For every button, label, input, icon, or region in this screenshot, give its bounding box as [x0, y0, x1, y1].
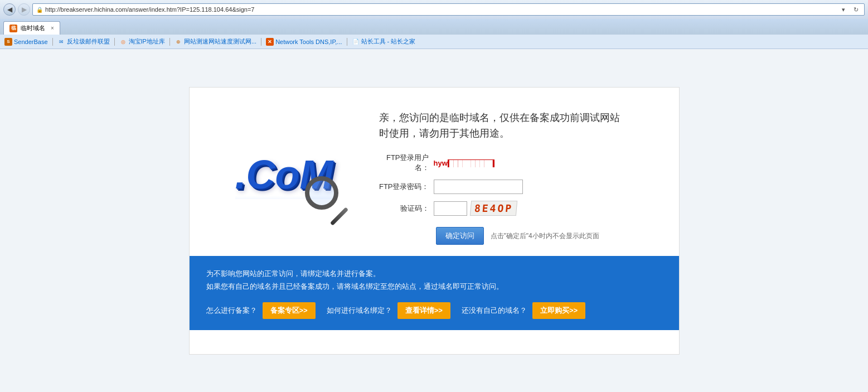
webmaster-icon: 📄: [352, 38, 360, 46]
action2-label: 如何进行域名绑定？: [327, 306, 392, 316]
page-content: .CoM 亲，您访问的是临时域名，仅供在备案成功前调试网: [0, 49, 868, 392]
separator: [169, 38, 170, 46]
bookmark-speedtest[interactable]: ⊕ 网站测速网站速度测试网...: [174, 37, 256, 46]
address-text: http://breakserver.hichina.com/answer/in…: [45, 6, 836, 13]
bookmark-label: 反垃圾邮件联盟: [67, 37, 110, 46]
page-title: 亲，您访问的是临时域名，仅供在备案成功前调试网站 时使用，请勿用于其他用途。: [379, 110, 662, 142]
ftp-username-label: FTP登录用户名：: [379, 153, 429, 173]
captcha-image: 8E4OP: [469, 201, 517, 216]
blue-actions: 怎么进行备案？ 备案专区>> 如何进行域名绑定？ 查看详情>> 还没有自己的域名…: [206, 302, 662, 319]
tab-title: 临时域名: [21, 24, 45, 32]
separator: [261, 38, 261, 46]
separator: [347, 38, 347, 46]
browser-titlebar: ◀ ▶ 🔒 http://breakserver.hichina.com/ans…: [0, 0, 868, 19]
main-card: .CoM 亲，您访问的是临时域名，仅供在备案成功前调试网: [189, 87, 680, 355]
separator: [52, 38, 53, 46]
confirm-row: 确定访问 点击"确定后"4小时内不会显示此页面: [379, 227, 662, 245]
ftp-password-input[interactable]: [434, 180, 523, 194]
com-logo: .CoM: [206, 113, 362, 236]
ftp-password-label: FTP登录密码：: [379, 182, 429, 192]
tab-icon: 临: [9, 25, 17, 32]
lock-icon: 🔒: [36, 7, 43, 13]
refresh-icon[interactable]: ↻: [851, 4, 861, 14]
ftp-username-row: FTP登录用户名： hyw██████████: [379, 153, 662, 173]
bookmark-label: 淘宝IP地址库: [129, 37, 165, 46]
address-bar[interactable]: 🔒 http://breakserver.hichina.com/answer/…: [32, 3, 865, 16]
captcha-section: 8E4OP: [434, 201, 517, 216]
action3-label: 还没有自己的域名？: [462, 306, 527, 316]
action-group-3: 还没有自己的域名？ 立即购买>>: [462, 302, 585, 319]
antispam-icon: ✉: [57, 38, 65, 46]
action1-button[interactable]: 备案专区>>: [263, 302, 316, 319]
bookmark-label: SenderBase: [14, 38, 48, 45]
captcha-row: 验证码： 8E4OP: [379, 201, 662, 216]
bookmark-label: 站长工具 - 站长之家: [361, 37, 416, 46]
ftp-username-value: hyw██████████: [434, 159, 494, 167]
forward-button[interactable]: ▶: [18, 3, 30, 16]
bookmark-label: Network Tools DNS,IP,...: [275, 38, 342, 45]
action-group-1: 怎么进行备案？ 备案专区>>: [206, 302, 316, 319]
card-top: .CoM 亲，您访问的是临时域名，仅供在备案成功前调试网: [190, 88, 679, 257]
bookmark-taobao-ip[interactable]: ◎ 淘宝IP地址库: [119, 37, 165, 46]
bookmarks-bar: S SenderBase ✉ 反垃圾邮件联盟 ◎ 淘宝IP地址库 ⊕ 网站测速网…: [0, 35, 868, 49]
captcha-label: 验证码：: [379, 204, 429, 214]
back-button[interactable]: ◀: [3, 3, 16, 16]
action1-label: 怎么进行备案？: [206, 306, 257, 316]
bookmark-antispam[interactable]: ✉ 反垃圾邮件联盟: [57, 37, 110, 46]
confirm-hint: 点击"确定后"4小时内不会显示此页面: [491, 231, 599, 241]
tab-close-button[interactable]: ×: [51, 25, 54, 31]
bookmark-label: 网站测速网站速度测试网...: [184, 37, 256, 46]
action2-button[interactable]: 查看详情>>: [397, 302, 450, 319]
captcha-input[interactable]: [434, 201, 467, 216]
blue-info-text: 为不影响您网站的正常访问，请绑定域名并进行备案。 如果您有自己的域名并且已经备案…: [206, 267, 662, 293]
bookmark-network-tools[interactable]: ✕ Network Tools DNS,IP,...: [266, 38, 342, 46]
tab-favicon: 临: [11, 25, 16, 32]
action-group-2: 如何进行域名绑定？ 查看详情>>: [327, 302, 450, 319]
bookmark-webmaster[interactable]: 📄 站长工具 - 站长之家: [352, 37, 416, 46]
ftp-password-row: FTP登录密码：: [379, 180, 662, 194]
bookmark-senderbase[interactable]: S SenderBase: [4, 38, 48, 46]
magnifier: [305, 176, 338, 211]
senderbase-icon: S: [4, 38, 12, 46]
form-area: FTP登录用户名： hyw██████████ FTP登录密码： 验证码： 8E…: [379, 153, 662, 245]
speedtest-icon: ⊕: [174, 38, 182, 46]
tab-bar: 临 临时域名 ×: [0, 19, 868, 35]
address-dropdown-icon[interactable]: ▾: [838, 4, 848, 14]
action3-button[interactable]: 立即购买>>: [532, 302, 585, 319]
confirm-button[interactable]: 确定访问: [436, 227, 484, 245]
card-right-section: 亲，您访问的是临时域名，仅供在备案成功前调试网站 时使用，请勿用于其他用途。 F…: [379, 104, 662, 245]
network-tools-icon: ✕: [266, 38, 274, 46]
active-tab[interactable]: 临 临时域名 ×: [3, 21, 60, 35]
card-bottom: 为不影响您网站的正常访问，请绑定域名并进行备案。 如果您有自己的域名并且已经备案…: [190, 256, 679, 330]
taobao-icon: ◎: [119, 38, 127, 46]
separator: [114, 38, 115, 46]
